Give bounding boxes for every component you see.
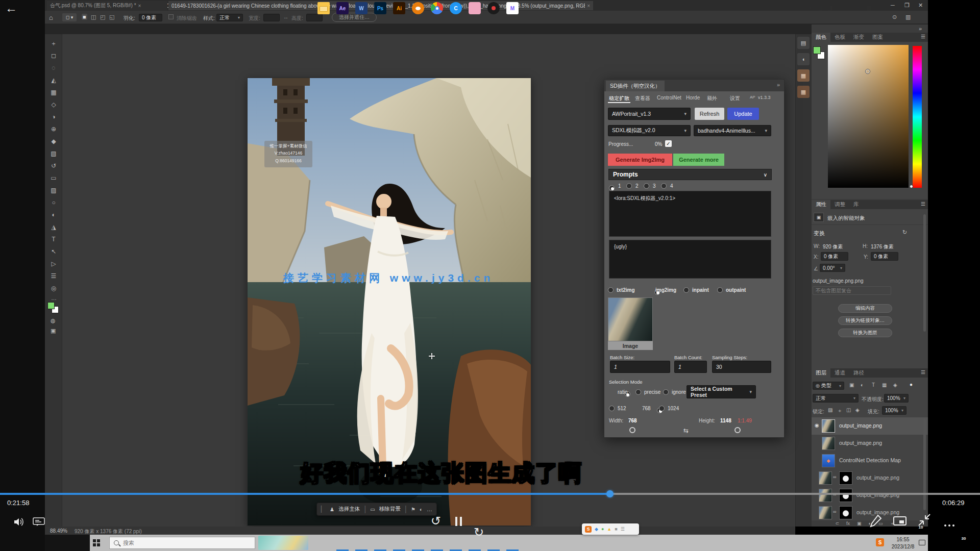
tray-window-icon[interactable]: ▭ — [837, 5, 842, 11]
layer-name[interactable]: output_image.png — [839, 422, 882, 429]
window-minimize-button[interactable]: ─ — [891, 2, 895, 8]
filter-smart-object-icon[interactable]: ◈ — [893, 382, 897, 388]
filter-type-icon[interactable]: T — [872, 382, 875, 388]
tab-libraries[interactable]: 库 — [849, 200, 863, 209]
document-tab-inactive[interactable]: 合气.psd @ 80.7% (图层 5, RGB/8#) * × — [47, 1, 167, 10]
ime-icon[interactable]: S — [876, 538, 884, 546]
convert-to-layers-button[interactable]: 转换为图层 — [838, 329, 892, 337]
prompt-slot-3-label[interactable]: 3 — [653, 183, 656, 189]
size-768-label[interactable]: 768 — [642, 406, 651, 411]
tool-icon[interactable]: ▨ — [45, 184, 62, 196]
tab-adjustments[interactable]: 调整 — [830, 200, 849, 209]
filter-toggle-icon[interactable]: ● — [910, 382, 913, 387]
pause-button[interactable] — [455, 517, 462, 526]
tab-gradients[interactable]: 渐变 — [849, 33, 868, 42]
tool-icon[interactable]: ◐ — [45, 209, 62, 221]
style-dropdown[interactable]: 正常▾ — [216, 14, 243, 21]
screen-mode-icon[interactable]: ▣ — [51, 328, 56, 334]
reset-transform-icon[interactable]: ↻ — [902, 229, 907, 236]
app-m-icon[interactable]: M — [506, 2, 519, 14]
tab-properties[interactable]: 属性 — [812, 200, 830, 209]
tray-audio-icon[interactable]: ♪ — [856, 5, 860, 11]
layer-row[interactable]: ◆ ControlNet Detection Map — [812, 452, 928, 469]
weather-widget[interactable] — [258, 536, 308, 550]
inpaint-radio[interactable] — [683, 287, 689, 293]
layer-row[interactable]: output_image.png — [812, 435, 928, 452]
panel-menu-icon[interactable]: ☰ — [921, 201, 925, 207]
more-options-button[interactable] — [942, 519, 954, 529]
selection-mode-subtract-icon[interactable]: ◰ — [100, 14, 105, 20]
search-icon[interactable]: ⊙ — [892, 14, 897, 20]
properties-scrollbar[interactable] — [923, 214, 926, 332]
link-dimensions-icon[interactable]: ⇆ — [683, 427, 689, 434]
blender-icon[interactable] — [412, 2, 424, 14]
prompt-slot-4-radio[interactable] — [661, 183, 667, 189]
filter-pixel-layers-icon[interactable]: ▣ — [849, 382, 854, 388]
tool-icon[interactable]: ◑ — [45, 111, 62, 123]
layer-mask-thumbnail[interactable] — [839, 471, 852, 485]
forward-30-button[interactable]: ↻30 — [474, 527, 980, 538]
home-icon[interactable]: ⌂ — [49, 14, 53, 21]
foreground-color-swatch[interactable] — [47, 302, 55, 309]
positive-prompt-textarea[interactable]: <lora:SDXL模拟器_v2.0:1> — [609, 191, 771, 237]
tab-close-icon[interactable]: × — [587, 3, 590, 9]
prompt-slot-2-label[interactable]: 2 — [635, 183, 639, 189]
taskbar-clock[interactable]: 16:55 2023/12/8 — [888, 536, 918, 550]
sampling-steps-input[interactable]: 30 — [712, 361, 771, 373]
batch-count-input[interactable]: 1 — [674, 361, 707, 373]
after-effects-icon[interactable]: Ae — [336, 2, 349, 14]
select-subject-button[interactable]: 选择主体 — [338, 506, 360, 513]
drag-handle-icon[interactable]: ▏ — [321, 506, 326, 513]
annotate-pencil-icon[interactable] — [870, 514, 882, 528]
window-restore-button[interactable]: ❐ — [904, 2, 910, 9]
layer-name[interactable]: output_image.png — [839, 440, 882, 446]
panel-menu-icon[interactable]: ☰ — [921, 369, 925, 375]
chrome-icon[interactable] — [431, 2, 443, 14]
size-1024-radio[interactable] — [659, 406, 665, 411]
precise-radio[interactable] — [635, 389, 641, 395]
antialias-checkbox[interactable] — [168, 14, 174, 19]
tool-icon[interactable]: ▷ — [45, 258, 62, 270]
lock-transparency-icon[interactable]: ▨ — [828, 407, 832, 413]
filter-adjustment-icon[interactable]: ◐ — [861, 382, 864, 388]
prompt-slot-3-radio[interactable] — [644, 183, 649, 189]
img2img-label[interactable]: img2img — [655, 287, 676, 293]
layer-thumbnail[interactable] — [819, 471, 832, 485]
edit-content-button[interactable]: 编辑内容 — [838, 304, 892, 313]
update-button[interactable]: Update — [727, 108, 759, 120]
tool-icon[interactable]: ◇ — [45, 98, 62, 111]
size-512-radio[interactable] — [609, 406, 615, 411]
tool-icon[interactable]: ◻ — [45, 49, 62, 62]
notification-center-icon[interactable] — [919, 540, 925, 545]
panel-menu-icon[interactable]: ☰ — [921, 34, 925, 39]
tab-close-icon[interactable]: × — [138, 3, 141, 9]
hue-slider-marker[interactable] — [910, 185, 913, 188]
angle-input[interactable]: 0.00°▾ — [820, 264, 845, 272]
tool-icon[interactable]: T — [45, 233, 62, 245]
selection-mode-intersect-icon[interactable]: ◱ — [109, 14, 114, 20]
remove-background-button[interactable]: 移除背景 — [379, 506, 401, 513]
sd-tab-viewer[interactable]: 查看器 — [635, 95, 650, 102]
tool-icon[interactable]: ⊕ — [45, 123, 62, 135]
tray-pen-icon[interactable]: ▥ — [818, 5, 823, 11]
tool-icon[interactable]: ○ — [45, 196, 62, 209]
illustrator-icon[interactable]: Ai — [393, 2, 405, 14]
selection-mode-add-icon[interactable]: ◫ — [91, 14, 96, 20]
tab-channels[interactable]: 通道 — [830, 368, 849, 378]
taskbar-search-box[interactable] — [109, 537, 255, 549]
tool-icon[interactable]: ↺ — [45, 160, 62, 172]
embedding-dropdown[interactable]: badhandv4-AnimeIllus...▾ — [694, 125, 771, 136]
sd-tab-settings[interactable]: 设置 — [730, 95, 740, 102]
ratio-label[interactable]: ratio — [618, 389, 627, 395]
app-pink-icon[interactable] — [469, 2, 481, 14]
sd-panel-collapse-icon[interactable]: » — [777, 82, 780, 88]
img2img-source-thumbnail[interactable] — [608, 297, 653, 341]
prompt-slot-4-label[interactable]: 4 — [670, 183, 673, 189]
size-512-label[interactable]: 512 — [618, 406, 626, 411]
prompt-slot-1-label[interactable]: 1 — [618, 183, 621, 189]
lock-position-icon[interactable]: ◫ — [846, 407, 851, 413]
sd-tab-stable-diffusion[interactable]: 稳定扩散 — [609, 95, 629, 102]
layer-filter-dropdown[interactable]: ◎ 类型▾ — [813, 382, 844, 390]
sd-tab-extra[interactable]: 额外 — [707, 95, 717, 102]
outpaint-radio[interactable] — [717, 287, 723, 293]
